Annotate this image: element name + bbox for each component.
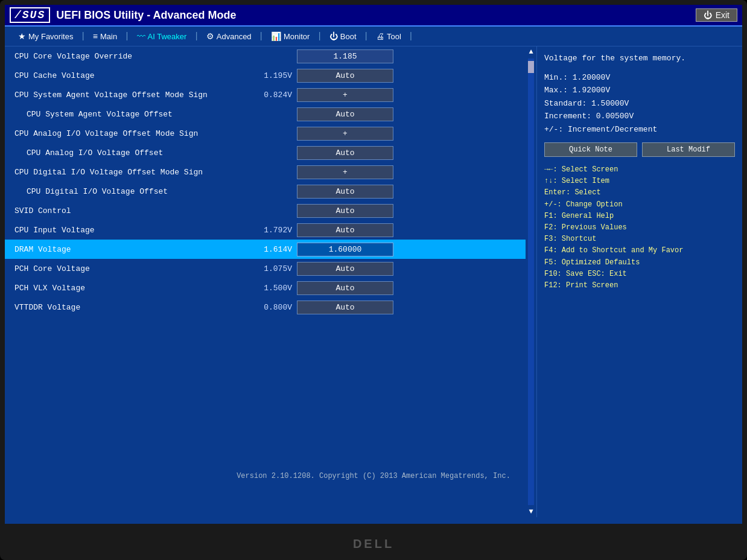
setting-control-cpu-analog-io-offset[interactable]: Auto bbox=[297, 146, 393, 160]
row-pch-vlx-voltage[interactable]: PCH VLX Voltage 1.500V Auto bbox=[5, 278, 526, 298]
nav-monitor[interactable]: 📊 Monitor bbox=[267, 30, 313, 42]
nav-advanced-label: Advanced bbox=[217, 32, 252, 41]
nav-tool-label: Tool bbox=[387, 32, 401, 41]
row-cpu-input-voltage[interactable]: CPU Input Voltage 1.792V Auto bbox=[5, 220, 526, 240]
info-increment: Increment: 0.00500V bbox=[544, 110, 735, 122]
control-dropdown-cpu-digital-io-offset[interactable]: Auto bbox=[297, 185, 393, 199]
setting-name-cpu-digital-io-offset: CPU Digital I/O Voltage Offset bbox=[14, 187, 244, 196]
row-vttddr-voltage[interactable]: VTTDDR Voltage 0.800V Auto bbox=[5, 298, 526, 317]
setting-control-cpu-analog-io-offset-sign[interactable]: + bbox=[297, 127, 393, 141]
control-value-dram-voltage[interactable]: 1.60000 bbox=[297, 243, 393, 256]
control-dropdown-cpu-digital-io-offset-sign[interactable]: + bbox=[297, 165, 393, 179]
nav-main[interactable]: ≡ Main bbox=[89, 30, 121, 42]
control-dropdown-cpu-analog-io-offset[interactable]: Auto bbox=[297, 146, 393, 160]
scroll-down-arrow[interactable]: ▼ bbox=[527, 506, 534, 517]
nav-tool[interactable]: 🖨 Tool bbox=[372, 30, 405, 42]
title-bar: /SUS UEFI BIOS Utility - Advanced Mode ⏻… bbox=[5, 5, 742, 27]
exit-button[interactable]: ⏻ Exit bbox=[696, 8, 737, 22]
setting-name-cpu-core-voltage-override: CPU Core Voltage Override bbox=[14, 52, 244, 61]
control-dropdown-cpu-analog-io-offset-sign[interactable]: + bbox=[297, 127, 393, 141]
shortcut-f12: F12: Print Screen bbox=[544, 280, 735, 291]
control-dropdown-cpu-input-voltage[interactable]: Auto bbox=[297, 223, 393, 237]
asus-logo: /SUS bbox=[10, 7, 50, 23]
setting-control-dram-voltage[interactable]: 1.60000 bbox=[297, 243, 393, 256]
setting-name-cpu-sys-agent-offset-sign: CPU System Agent Voltage Offset Mode Sig… bbox=[14, 91, 244, 100]
nav-ai-tweaker[interactable]: 〰 AI Tweaker bbox=[133, 30, 191, 42]
last-modified-button[interactable]: Last Modif bbox=[642, 142, 735, 157]
setting-current-pch-core-voltage: 1.075V bbox=[244, 264, 292, 273]
row-cpu-digital-io-offset[interactable]: CPU Digital I/O Voltage Offset Auto bbox=[5, 182, 526, 201]
quick-note-button[interactable]: Quick Note bbox=[544, 142, 637, 157]
shortcut-change-option: +/-: Change Option bbox=[544, 199, 735, 211]
info-standard: Standard: 1.50000V bbox=[544, 98, 735, 110]
control-dropdown-pch-core-voltage[interactable]: Auto bbox=[297, 262, 393, 276]
row-dram-voltage[interactable]: DRAM Voltage 1.614V 1.60000 bbox=[5, 240, 526, 259]
nav-bar: ★ My Favorites | ≡ Main | 〰 AI Tweaker |… bbox=[5, 27, 742, 46]
setting-control-cpu-sys-agent-offset[interactable]: Auto bbox=[297, 107, 393, 121]
nav-monitor-label: Monitor bbox=[284, 32, 310, 41]
wave-icon: 〰 bbox=[137, 31, 145, 41]
row-svid-control[interactable]: SVID Control Auto bbox=[5, 201, 526, 220]
control-dropdown-pch-vlx-voltage[interactable]: Auto bbox=[297, 281, 393, 295]
exit-label: Exit bbox=[716, 10, 730, 20]
title-left: /SUS UEFI BIOS Utility - Advanced Mode bbox=[10, 7, 237, 23]
gear-icon: ⚙ bbox=[206, 31, 214, 41]
settings-list: CPU Core Voltage Override 1.185 CPU Cach… bbox=[5, 46, 526, 517]
setting-current-vttddr-voltage: 0.800V bbox=[244, 303, 292, 312]
setting-control-cpu-core-voltage-override[interactable]: 1.185 bbox=[297, 49, 393, 63]
setting-name-cpu-input-voltage: CPU Input Voltage bbox=[14, 226, 244, 235]
row-pch-core-voltage[interactable]: PCH Core Voltage 1.075V Auto bbox=[5, 259, 526, 278]
row-cpu-digital-io-offset-sign[interactable]: CPU Digital I/O Voltage Offset Mode Sign… bbox=[5, 162, 526, 182]
setting-name-cpu-cache-voltage: CPU Cache Voltage bbox=[14, 71, 244, 80]
scroll-thumb[interactable] bbox=[528, 61, 534, 73]
screen: /SUS UEFI BIOS Utility - Advanced Mode ⏻… bbox=[5, 5, 742, 524]
nav-ai-tweaker-label: AI Tweaker bbox=[148, 32, 187, 41]
row-cpu-cache-voltage[interactable]: CPU Cache Voltage 1.195V Auto bbox=[5, 66, 526, 85]
control-value-cpu-core-voltage-override[interactable]: 1.185 bbox=[297, 49, 393, 63]
setting-name-cpu-analog-io-offset: CPU Analog I/O Voltage Offset bbox=[14, 148, 244, 158]
setting-control-pch-core-voltage[interactable]: Auto bbox=[297, 262, 393, 276]
row-cpu-core-voltage-override[interactable]: CPU Core Voltage Override 1.185 bbox=[5, 46, 526, 66]
control-dropdown-svid-control[interactable]: Auto bbox=[297, 204, 393, 218]
shortcut-f4: F4: Add to Shortcut and My Favor bbox=[544, 245, 735, 256]
setting-control-cpu-digital-io-offset-sign[interactable]: + bbox=[297, 165, 393, 179]
setting-current-cpu-input-voltage: 1.792V bbox=[244, 226, 292, 235]
row-cpu-sys-agent-offset-sign[interactable]: CPU System Agent Voltage Offset Mode Sig… bbox=[5, 85, 526, 104]
setting-control-vttddr-voltage[interactable]: Auto bbox=[297, 301, 393, 314]
setting-control-pch-vlx-voltage[interactable]: Auto bbox=[297, 281, 393, 295]
nav-boot[interactable]: ⏻ Boot bbox=[326, 30, 360, 42]
row-cpu-analog-io-offset-sign[interactable]: CPU Analog I/O Voltage Offset Mode Sign … bbox=[5, 124, 526, 143]
control-dropdown-cpu-sys-agent-offset[interactable]: Auto bbox=[297, 107, 393, 121]
setting-name-pch-vlx-voltage: PCH VLX Voltage bbox=[14, 284, 244, 293]
control-dropdown-vttddr-voltage[interactable]: Auto bbox=[297, 301, 393, 314]
setting-control-cpu-cache-voltage[interactable]: Auto bbox=[297, 69, 393, 83]
bezel: /SUS UEFI BIOS Utility - Advanced Mode ⏻… bbox=[0, 0, 747, 560]
exit-icon: ⏻ bbox=[704, 10, 712, 20]
dell-logo: DELL bbox=[353, 537, 394, 551]
setting-control-cpu-digital-io-offset[interactable]: Auto bbox=[297, 185, 393, 199]
info-specs: Min.: 1.20000V Max.: 1.92000V Standard: … bbox=[544, 72, 735, 136]
setting-name-cpu-digital-io-offset-sign: CPU Digital I/O Voltage Offset Mode Sign bbox=[14, 168, 244, 177]
setting-name-svid-control: SVID Control bbox=[14, 206, 244, 215]
main-content: CPU Core Voltage Override 1.185 CPU Cach… bbox=[5, 46, 742, 517]
nav-favorites[interactable]: ★ My Favorites bbox=[14, 30, 77, 42]
scroll-up-arrow[interactable]: ▲ bbox=[527, 46, 534, 57]
row-cpu-sys-agent-offset[interactable]: CPU System Agent Voltage Offset Auto bbox=[5, 104, 526, 124]
setting-control-cpu-sys-agent-offset-sign[interactable]: + bbox=[297, 88, 393, 102]
setting-current-dram-voltage: 1.614V bbox=[244, 245, 292, 254]
shortcut-f10: F10: Save ESC: Exit bbox=[544, 269, 735, 280]
tool-icon: 🖨 bbox=[376, 31, 384, 41]
control-dropdown-cpu-cache-voltage[interactable]: Auto bbox=[297, 69, 393, 83]
setting-name-pch-core-voltage: PCH Core Voltage bbox=[14, 264, 244, 273]
info-plusminus: +/-: Increment/Decrement bbox=[544, 124, 735, 136]
nav-sep-3: | bbox=[192, 31, 200, 41]
scroll-track[interactable] bbox=[528, 59, 534, 505]
nav-sep-5: | bbox=[316, 31, 323, 41]
nav-advanced[interactable]: ⚙ Advanced bbox=[203, 30, 255, 42]
scrollbar[interactable]: ▲ ▼ bbox=[526, 46, 536, 517]
setting-control-cpu-input-voltage[interactable]: Auto bbox=[297, 223, 393, 237]
control-dropdown-cpu-sys-agent-offset-sign[interactable]: + bbox=[297, 88, 393, 102]
setting-control-svid-control[interactable]: Auto bbox=[297, 204, 393, 218]
row-cpu-analog-io-offset[interactable]: CPU Analog I/O Voltage Offset Auto bbox=[5, 143, 526, 162]
nav-sep-6: | bbox=[363, 31, 370, 41]
